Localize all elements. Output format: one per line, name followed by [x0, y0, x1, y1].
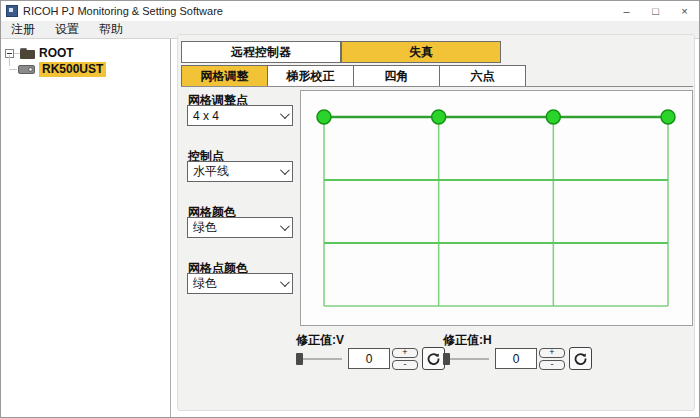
device-tree-panel: ROOT RK500UST	[1, 39, 171, 418]
decrement-button[interactable]: -	[539, 360, 565, 370]
tree-selected-device[interactable]: RK500UST	[39, 62, 106, 77]
tab-six-point[interactable]: 六点	[439, 65, 526, 87]
control-point-dropdown[interactable]: 水平线	[187, 161, 293, 182]
decrement-button[interactable]: -	[392, 360, 418, 370]
correction-h-slider[interactable]	[443, 352, 489, 366]
correction-h-input[interactable]	[495, 348, 537, 369]
title-bar: RICOH PJ Monitoring & Setting Software –…	[1, 1, 699, 21]
tab-four-corner[interactable]: 四角	[353, 65, 440, 87]
increment-button[interactable]: +	[392, 348, 418, 358]
tree-root-label[interactable]: ROOT	[39, 46, 74, 60]
chevron-down-icon	[280, 277, 290, 287]
correction-v-slider[interactable]	[296, 352, 342, 366]
grid-canvas[interactable]	[301, 91, 692, 325]
slider-thumb[interactable]	[443, 353, 450, 365]
close-icon[interactable]: ×	[670, 1, 699, 21]
tab-remote-controller[interactable]: 远程控制器	[181, 41, 341, 63]
projector-icon	[18, 65, 35, 74]
tree-node-root[interactable]: ROOT	[5, 45, 74, 61]
tab-keystone-correction[interactable]: 梯形校正	[267, 65, 354, 87]
chevron-down-icon	[280, 109, 290, 119]
grid-points-dropdown[interactable]: 4 x 4	[187, 105, 293, 126]
correction-v-reset-button[interactable]	[422, 347, 445, 370]
minimize-icon[interactable]: –	[612, 1, 641, 21]
menu-item-settings[interactable]: 设置	[45, 21, 89, 38]
menu-item-register[interactable]: 注册	[1, 21, 45, 38]
menu-item-help[interactable]: 帮助	[89, 21, 133, 38]
grid-points-value: 4 x 4	[193, 109, 219, 123]
increment-button[interactable]: +	[539, 348, 565, 358]
correction-h-spinner: + -	[539, 348, 565, 370]
app-window: RICOH PJ Monitoring & Setting Software –…	[0, 0, 700, 418]
grid-preview-panel	[300, 90, 693, 326]
grid-control-dot[interactable]	[546, 110, 560, 124]
grid-control-dot[interactable]	[317, 110, 331, 124]
main-content-panel: 远程控制器 失真 网格调整 梯形校正 四角 六点 网格调整点 4 x 4 控制点…	[177, 34, 695, 411]
grid-point-color-value: 绿色	[193, 275, 217, 292]
tree-node-projector[interactable]: RK500UST	[9, 61, 106, 77]
correction-h-reset-button[interactable]	[569, 347, 592, 370]
refresh-icon	[574, 352, 587, 365]
correction-v-control: + -	[296, 347, 445, 370]
correction-h-control: + -	[443, 347, 592, 370]
correction-v-input[interactable]	[348, 348, 390, 369]
grid-control-dot[interactable]	[661, 110, 675, 124]
chevron-down-icon	[280, 165, 290, 175]
chevron-down-icon	[280, 221, 290, 231]
folder-icon	[20, 48, 35, 59]
grid-color-value: 绿色	[193, 219, 217, 236]
correction-v-spinner: + -	[392, 348, 418, 370]
grid-control-dot[interactable]	[432, 110, 446, 124]
window-title: RICOH PJ Monitoring & Setting Software	[23, 5, 223, 17]
control-point-value: 水平线	[193, 163, 229, 180]
grid-point-color-dropdown[interactable]: 绿色	[187, 273, 293, 294]
maximize-icon[interactable]: □	[641, 1, 670, 21]
app-icon	[6, 5, 18, 17]
refresh-icon	[427, 352, 440, 365]
tab-distortion[interactable]: 失真	[341, 41, 501, 63]
grid-color-dropdown[interactable]: 绿色	[187, 217, 293, 238]
tab-grid-adjustment[interactable]: 网格调整	[181, 65, 268, 87]
slider-thumb[interactable]	[296, 353, 303, 365]
tab-strip-divider	[181, 86, 693, 87]
window-controls: – □ ×	[612, 1, 699, 21]
